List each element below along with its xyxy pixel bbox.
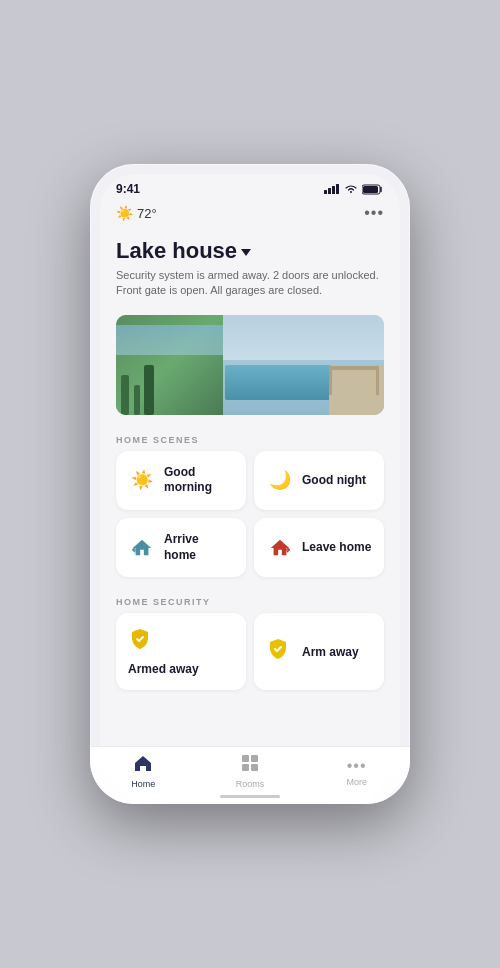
arrive-home-icon xyxy=(128,534,156,562)
good-night-icon: 🌙 xyxy=(266,466,294,494)
security-armed-away[interactable]: Armed away xyxy=(116,613,246,690)
leave-home-icon xyxy=(266,534,294,562)
signal-icon xyxy=(324,184,340,194)
tab-home[interactable]: Home xyxy=(100,754,197,794)
main-content: Lake house Security system is armed away… xyxy=(100,230,400,794)
home-title-row[interactable]: Lake house xyxy=(116,238,384,264)
arm-away-label: Arm away xyxy=(302,645,359,659)
good-night-label: Good night xyxy=(302,473,366,489)
home-dropdown-arrow[interactable] xyxy=(241,249,251,256)
weather-info: ☀️ 72° xyxy=(116,205,157,221)
leave-home-label: Leave home xyxy=(302,540,371,556)
arm-away-icon xyxy=(266,637,290,666)
weather-bar: ☀️ 72° ••• xyxy=(100,200,400,230)
tab-more[interactable]: ••• More xyxy=(303,757,400,795)
tab-rooms[interactable]: Rooms xyxy=(197,754,304,794)
security-section-header: HOME SECURITY xyxy=(100,589,400,613)
security-arm-away[interactable]: Arm away xyxy=(254,613,384,690)
house-image xyxy=(116,315,384,415)
home-name: Lake house xyxy=(116,238,237,264)
pool-left-landscape xyxy=(116,315,223,415)
status-bar: 9:41 xyxy=(100,174,400,200)
more-tab-label: More xyxy=(346,777,367,787)
good-morning-icon: ☀️ xyxy=(128,466,156,494)
svg-rect-0 xyxy=(324,190,327,194)
scene-good-night[interactable]: 🌙 Good night xyxy=(254,451,384,510)
svg-rect-9 xyxy=(251,764,258,771)
svg-rect-6 xyxy=(242,755,249,762)
svg-rect-7 xyxy=(251,755,258,762)
good-morning-label: Good morning xyxy=(164,465,234,496)
scene-arrive-home[interactable]: Arrive home xyxy=(116,518,246,577)
rooms-tab-icon xyxy=(241,754,259,777)
svg-rect-8 xyxy=(242,764,249,771)
arrive-home-label: Arrive home xyxy=(164,532,234,563)
rooms-tab-label: Rooms xyxy=(236,779,265,789)
scenes-section-header: HOME SCENES xyxy=(100,427,400,451)
svg-rect-2 xyxy=(332,186,335,194)
battery-icon xyxy=(362,184,384,195)
svg-rect-1 xyxy=(328,188,331,194)
armed-away-icon xyxy=(128,627,152,656)
tab-bar: Home Rooms ••• More xyxy=(100,746,400,794)
more-tab-icon: ••• xyxy=(347,757,367,775)
home-tab-label: Home xyxy=(131,779,155,789)
svg-rect-5 xyxy=(363,186,378,193)
weather-temp: 72° xyxy=(137,206,157,221)
armed-away-label: Armed away xyxy=(128,662,199,676)
scenes-grid: ☀️ Good morning 🌙 Good night xyxy=(100,451,400,589)
home-header: Lake house Security system is armed away… xyxy=(100,230,400,311)
scene-good-morning[interactable]: ☀️ Good morning xyxy=(116,451,246,510)
more-options-button[interactable]: ••• xyxy=(364,204,384,222)
home-tab-icon xyxy=(133,754,153,777)
svg-rect-3 xyxy=(336,184,339,194)
home-status-text: Security system is armed away. 2 doors a… xyxy=(116,268,384,299)
wifi-icon xyxy=(344,184,358,194)
pool-right-structure xyxy=(223,315,384,415)
status-time: 9:41 xyxy=(116,182,140,196)
status-icons xyxy=(324,184,384,195)
weather-icon: ☀️ xyxy=(116,205,133,221)
scene-leave-home[interactable]: Leave home xyxy=(254,518,384,577)
security-grid: Armed away Arm away xyxy=(100,613,400,702)
